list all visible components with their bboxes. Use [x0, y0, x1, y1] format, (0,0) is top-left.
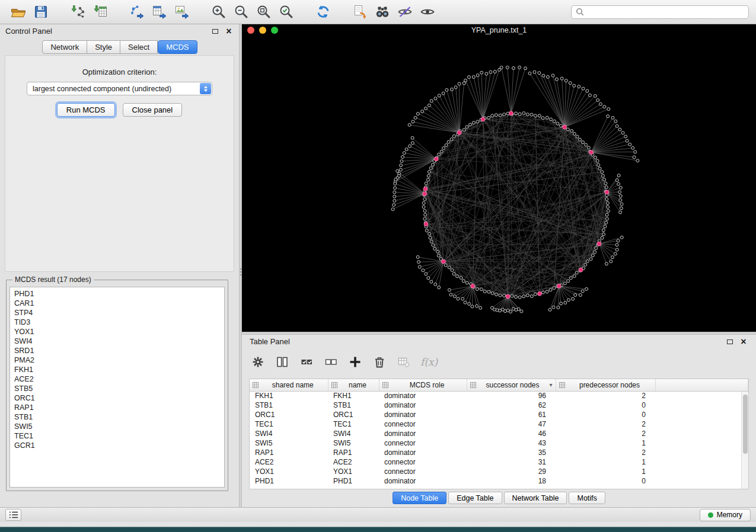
- mcds-result-item[interactable]: PHD1: [14, 289, 224, 299]
- network-node[interactable]: [572, 297, 575, 300]
- network-node[interactable]: [582, 141, 585, 144]
- network-node[interactable]: [515, 112, 518, 115]
- network-node[interactable]: [428, 171, 430, 174]
- open-file-button[interactable]: [7, 2, 30, 21]
- network-node[interactable]: [607, 210, 610, 213]
- mcds-result-item[interactable]: CAR1: [14, 299, 224, 308]
- memory-button[interactable]: Memory: [700, 509, 751, 521]
- network-node[interactable]: [524, 67, 527, 70]
- network-node[interactable]: [452, 134, 455, 137]
- network-node[interactable]: [520, 310, 523, 313]
- network-node[interactable]: [400, 164, 403, 167]
- network-node[interactable]: [393, 199, 396, 202]
- window-minimize-button[interactable]: [259, 27, 266, 34]
- mcds-result-item[interactable]: TID3: [14, 318, 224, 327]
- network-node[interactable]: [472, 121, 475, 124]
- network-node[interactable]: [618, 191, 621, 194]
- network-node[interactable]: [596, 159, 599, 162]
- network-node[interactable]: [465, 281, 468, 284]
- network-node[interactable]: [426, 178, 429, 181]
- network-node[interactable]: [538, 72, 541, 75]
- network-node[interactable]: [448, 289, 451, 291]
- network-node[interactable]: [560, 77, 563, 80]
- table-cell[interactable]: ACE2: [250, 457, 328, 467]
- network-node[interactable]: [422, 201, 425, 204]
- table-cell[interactable]: 1: [556, 457, 655, 467]
- table-cell[interactable]: SWI4: [250, 429, 328, 438]
- network-node[interactable]: [495, 293, 498, 296]
- table-row[interactable]: TEC1TEC1connector472: [250, 419, 748, 429]
- network-node[interactable]: [605, 262, 608, 265]
- network-node[interactable]: [462, 280, 465, 283]
- delete-row-button[interactable]: [372, 354, 387, 370]
- mcds-result-item[interactable]: STP4: [14, 308, 224, 318]
- network-node[interactable]: [464, 79, 467, 82]
- network-node[interactable]: [468, 302, 471, 305]
- network-node[interactable]: [499, 114, 502, 117]
- mcds-result-item[interactable]: STB5: [14, 384, 224, 393]
- network-node[interactable]: [456, 275, 459, 278]
- network-node[interactable]: [449, 293, 452, 296]
- network-node[interactable]: [503, 113, 506, 116]
- tab-select[interactable]: Select: [120, 40, 158, 54]
- network-node[interactable]: [471, 305, 474, 308]
- network-node[interactable]: [601, 236, 604, 239]
- show-columns-button[interactable]: [275, 354, 290, 370]
- criterion-select[interactable]: largest connected component (undirected): [27, 82, 212, 95]
- network-node[interactable]: [450, 138, 453, 141]
- dominator-node[interactable]: [579, 268, 583, 272]
- network-node[interactable]: [615, 243, 618, 246]
- network-node[interactable]: [596, 99, 599, 102]
- zoom-selected-button[interactable]: [275, 2, 298, 21]
- network-node[interactable]: [631, 146, 634, 149]
- dominator-node[interactable]: [509, 111, 513, 116]
- network-node[interactable]: [534, 114, 537, 117]
- network-node[interactable]: [564, 79, 567, 82]
- table-cell[interactable]: 96: [467, 391, 556, 400]
- network-node[interactable]: [476, 288, 479, 291]
- column-header-predecessor-nodes[interactable]: predecessor nodes: [556, 379, 655, 391]
- network-node[interactable]: [633, 156, 636, 159]
- dominator-node[interactable]: [481, 117, 485, 121]
- table-cell[interactable]: STB1: [250, 400, 328, 410]
- network-node[interactable]: [405, 148, 408, 151]
- table-cell[interactable]: RAP1: [328, 448, 379, 457]
- table-row[interactable]: ORC1ORC1dominator610: [250, 410, 748, 419]
- network-node[interactable]: [604, 225, 607, 228]
- network-node[interactable]: [428, 232, 431, 235]
- network-node[interactable]: [506, 66, 509, 69]
- network-node[interactable]: [615, 179, 618, 182]
- table-cell[interactable]: 0: [556, 400, 655, 410]
- mcds-result-item[interactable]: ACE2: [14, 374, 224, 384]
- network-node[interactable]: [518, 113, 521, 116]
- network-node[interactable]: [425, 107, 428, 110]
- network-node[interactable]: [393, 195, 396, 198]
- network-node[interactable]: [618, 128, 621, 131]
- network-node[interactable]: [440, 150, 443, 153]
- table-cell[interactable]: 18: [467, 476, 556, 486]
- network-node[interactable]: [595, 246, 598, 249]
- network-node[interactable]: [601, 174, 604, 177]
- network-node[interactable]: [566, 128, 569, 131]
- network-node[interactable]: [445, 88, 448, 91]
- table-cell[interactable]: 0: [556, 476, 655, 486]
- mcds-result-list[interactable]: PHD1CAR1STP4TID3YOX1SWI4SRD1PMA2FKH1ACE2…: [9, 287, 225, 488]
- dominator-node[interactable]: [423, 187, 428, 191]
- network-node[interactable]: [579, 294, 582, 297]
- table-scrollbar[interactable]: [741, 392, 748, 489]
- network-node[interactable]: [585, 287, 588, 290]
- network-node[interactable]: [442, 147, 445, 150]
- table-cell[interactable]: dominator: [379, 391, 467, 400]
- network-node[interactable]: [416, 255, 419, 258]
- table-row[interactable]: SWI4SWI4dominator462: [250, 429, 748, 438]
- network-node[interactable]: [394, 187, 397, 190]
- network-node[interactable]: [391, 208, 394, 211]
- tab-node-table[interactable]: Node Table: [393, 492, 446, 504]
- add-row-button[interactable]: [347, 354, 363, 370]
- network-node[interactable]: [604, 182, 607, 185]
- table-cell[interactable]: YOX1: [250, 467, 328, 476]
- network-node[interactable]: [396, 169, 399, 172]
- network-node[interactable]: [436, 250, 439, 253]
- deselect-all-columns-button[interactable]: [323, 354, 339, 370]
- tab-network-table[interactable]: Network Table: [504, 492, 567, 504]
